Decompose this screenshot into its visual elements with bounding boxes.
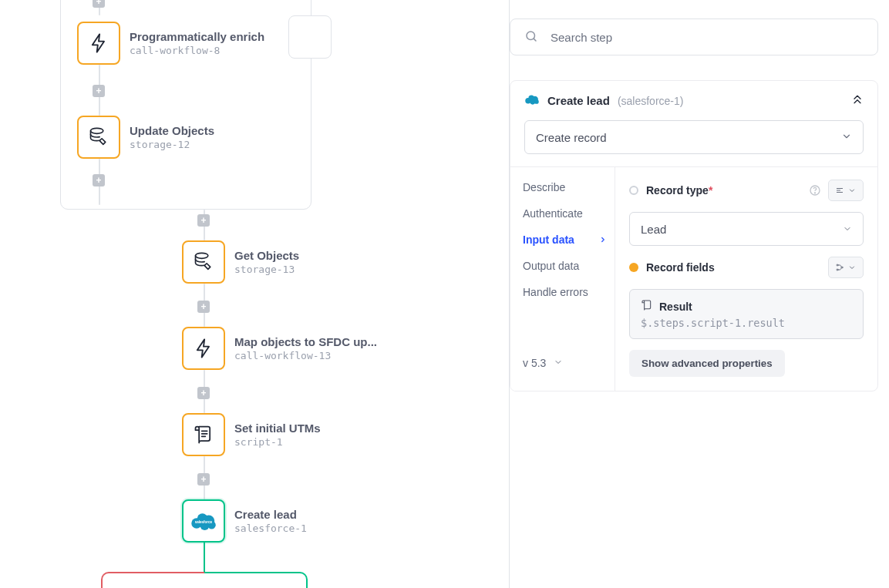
result-label: Result [659,301,692,313]
tab-label: Output data [523,260,579,272]
bolt-icon [182,327,225,370]
collapse-icon[interactable] [851,93,864,108]
status-dot-filled [629,263,638,272]
add-step-button[interactable] [197,214,210,227]
svg-text:salesforce: salesforce [195,520,213,524]
svg-point-1 [196,253,208,258]
node-title: Set initial UTMs [234,422,321,435]
empty-branch-slot[interactable] [288,15,332,59]
svg-point-0 [91,128,103,133]
workflow-canvas: Programmatically enrich call-workflow-8 … [0,0,509,588]
add-step-button[interactable] [93,85,105,97]
tab-label: Authenticate [523,207,583,220]
version-label: v 5.3 [523,357,546,369]
mapping-options-button[interactable] [828,257,864,278]
database-edit-icon [77,116,120,159]
svg-point-13 [534,99,539,104]
script-icon [182,413,225,456]
svg-point-15 [814,193,815,193]
node-create-lead[interactable]: salesforce Create lead salesforce-1 [182,499,307,543]
chevron-down-icon [843,223,852,236]
step-config-panel: Create lead (salesforce-1) Create record… [510,80,878,391]
tab-input-data[interactable]: Input data [523,230,611,249]
script-icon [641,299,653,314]
required-star: * [709,184,712,197]
record-fields-label: Record fields [646,261,715,274]
add-step-button[interactable] [197,387,210,399]
node-title: Update Objects [130,124,214,137]
node-slug: storage-13 [234,264,299,275]
node-title: Programmatically enrich [130,30,264,43]
node-update-objects[interactable]: Update Objects storage-12 [77,116,214,159]
panel-slug: (salesforce-1) [618,95,684,107]
record-fields-value[interactable]: Result $.steps.script-1.result [629,289,864,339]
branch-connector [204,543,205,572]
result-path: $.steps.script-1.result [641,317,852,329]
tab-output-data[interactable]: Output data [523,257,611,275]
tab-label: Input data [523,234,574,246]
node-slug: call-workflow-8 [130,45,264,56]
add-step-button[interactable] [197,301,210,313]
add-step-button[interactable] [93,0,105,8]
tab-authenticate[interactable]: Authenticate [523,204,611,223]
chevron-down-icon [841,131,852,144]
add-step-button[interactable] [93,174,105,186]
node-slug: call-workflow-13 [234,350,377,361]
search-step[interactable] [510,18,878,55]
node-title: Create lead [234,508,307,521]
database-edit-icon [182,240,225,284]
record-type-select[interactable]: Lead [629,212,864,246]
branch-failure [101,572,204,588]
node-get-objects[interactable]: Get Objects storage-13 [182,240,299,284]
operation-value: Create record [536,131,607,144]
node-programmatically-enrich[interactable]: Programmatically enrich call-workflow-8 [77,22,264,65]
branch-success [204,572,308,588]
tab-describe[interactable]: Describe [523,178,611,197]
bolt-icon [77,22,120,65]
record-type-value: Lead [641,223,666,236]
config-rail: Create lead (salesforce-1) Create record… [509,0,889,588]
input-data-body: Record type* [615,167,877,391]
node-title: Get Objects [234,249,299,262]
add-step-button[interactable] [197,473,210,486]
show-advanced-button[interactable]: Show advanced properties [629,350,785,377]
node-map-objects[interactable]: Map objects to SFDC up... call-workflow-… [182,327,377,370]
type-picker-button[interactable] [828,180,864,201]
node-slug: script-1 [234,436,321,448]
record-type-label: Record type [646,184,709,197]
version-selector[interactable]: v 5.3 [523,344,611,380]
search-icon [524,29,538,45]
operation-dropdown[interactable]: Create record [524,120,864,154]
tab-label: Handle errors [523,286,588,298]
chevron-down-icon [554,357,563,369]
salesforce-icon: salesforce [182,499,225,543]
node-slug: salesforce-1 [234,522,307,534]
node-set-initial-utms[interactable]: Set initial UTMs script-1 [182,413,321,456]
tab-label: Describe [523,181,565,193]
node-title: Map objects to SFDC up... [234,335,377,348]
panel-title: Create lead [547,94,610,107]
config-tabs: Describe Authenticate Input data Output … [510,167,615,391]
salesforce-icon [524,94,540,107]
node-slug: storage-12 [130,139,214,150]
chevron-right-icon [599,234,607,246]
status-dot-empty [629,186,638,195]
search-input[interactable] [549,30,864,45]
help-icon[interactable] [808,183,822,197]
tab-handle-errors[interactable]: Handle errors [523,283,611,301]
